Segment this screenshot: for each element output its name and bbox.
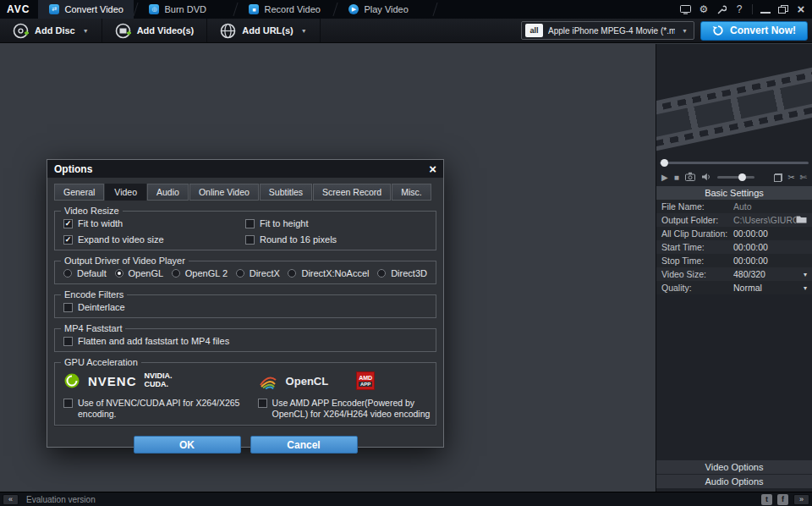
seek-track[interactable] [660, 162, 809, 164]
dialog-close-icon[interactable]: × [429, 162, 436, 175]
add-urls-button[interactable]: Add URL(s) ▼ [207, 19, 320, 42]
caret-down-icon[interactable]: ▾ [804, 271, 807, 278]
row-label: Output Folder: [661, 215, 733, 225]
checkbox-expand-to-video-size[interactable]: Expand to video size [63, 234, 245, 245]
tab-subtitles[interactable]: Subtitles [260, 184, 312, 201]
caret-down-icon[interactable]: ▼ [83, 28, 89, 34]
volume-slider[interactable] [717, 176, 754, 179]
checkbox-box[interactable] [63, 235, 73, 245]
facebook-icon[interactable]: f [777, 494, 788, 505]
checkbox-use-amd-app[interactable]: Use AMD APP Encoder(Powered by OpenCL) f… [258, 398, 432, 420]
radio-button[interactable] [63, 269, 72, 278]
caret-down-icon[interactable]: ▼ [301, 28, 307, 34]
radio-default[interactable]: Default [63, 268, 107, 278]
dialog-titlebar[interactable]: Options × [47, 160, 443, 178]
row-value[interactable]: 480/320 [733, 269, 800, 279]
tab-audio[interactable]: Audio [147, 184, 189, 201]
skin-icon[interactable] [680, 5, 691, 14]
row-value[interactable]: 00:00:00 [733, 242, 807, 252]
expand-panel-button[interactable]: » [793, 494, 809, 505]
radio-button[interactable] [115, 269, 123, 278]
seek-handle[interactable] [661, 159, 668, 167]
checkbox-fit-to-height[interactable]: Fit to height [245, 218, 427, 228]
folder-icon[interactable] [796, 215, 807, 225]
cut-icon[interactable]: ✂ [787, 173, 794, 182]
tab-online-video[interactable]: Online Video [189, 184, 259, 201]
checkbox-box[interactable] [63, 399, 73, 408]
radio-opengl-2[interactable]: OpenGL 2 [172, 268, 228, 278]
output-profile-select[interactable]: all Apple iPhone MPEG-4 Movie (*.mp4) ▼ [521, 21, 694, 40]
checkbox-box[interactable] [245, 219, 255, 228]
dialog-title: Options [54, 163, 92, 175]
restore-icon[interactable] [778, 5, 788, 14]
audio-options-bar[interactable]: Audio Options [656, 475, 812, 488]
checkbox-box[interactable] [245, 235, 255, 245]
add-videos-button[interactable]: Add Video(s) [102, 19, 208, 42]
tab-video[interactable]: Video [105, 184, 146, 201]
radio-directx-noaccel[interactable]: DirectX:NoAccel [288, 268, 369, 278]
split-icon[interactable]: ✄ [800, 173, 807, 182]
ok-button[interactable]: OK [134, 436, 241, 454]
disc-icon [13, 23, 29, 39]
tab-burn-dvd[interactable]: ◎ Burn DVD [138, 0, 233, 19]
tab-label: Burn DVD [164, 4, 206, 14]
checkbox-flatten-faststart[interactable]: Flatten and add faststart to MP4 files [63, 336, 427, 346]
row-video-size[interactable]: Video Size: 480/320 ▾ [656, 267, 812, 281]
snapshot-icon[interactable] [685, 172, 695, 183]
tab-screen-record[interactable]: Screen Record [313, 184, 391, 201]
row-value[interactable]: C:\Users\GIURGI\Video... [733, 215, 796, 225]
checkbox-use-nvenc-cuda[interactable]: Use of NVENC/CUDA API for X264/X265 enco… [63, 398, 253, 420]
seek-slider[interactable] [660, 159, 809, 168]
close-icon[interactable]: × [796, 3, 806, 15]
tab-record-video[interactable]: ■ Record Video [238, 0, 333, 19]
help-icon[interactable]: ? [734, 4, 744, 14]
group-title: Output Driver of Video Player [61, 256, 189, 266]
convert-now-button[interactable]: Convert Now! [700, 21, 808, 41]
basic-settings-header[interactable]: Basic Settings [656, 186, 812, 200]
wrench-icon[interactable] [716, 5, 727, 14]
radio-button[interactable] [288, 269, 296, 278]
tab-misc[interactable]: Misc. [392, 184, 431, 201]
checkbox-fit-to-width[interactable]: Fit to width [63, 218, 245, 228]
checkbox-box[interactable] [63, 303, 73, 312]
volume-handle[interactable] [738, 173, 746, 181]
caret-down-icon[interactable]: ▾ [804, 284, 807, 292]
checkbox-deinterlace[interactable]: Deinterlace [63, 302, 427, 312]
checkbox-label: Deinterlace [78, 302, 125, 312]
radio-button[interactable] [172, 269, 180, 278]
checkbox-box[interactable] [63, 219, 73, 228]
row-label: File Name: [661, 201, 733, 212]
minimize-icon[interactable] [760, 6, 771, 14]
volume-icon[interactable] [701, 173, 711, 183]
collapse-panel-button[interactable]: « [3, 494, 19, 505]
add-disc-button[interactable]: Add Disc ▼ [0, 19, 102, 42]
tab-general[interactable]: General [54, 184, 104, 201]
stop-icon[interactable]: ■ [674, 173, 679, 182]
twitter-icon[interactable]: t [761, 494, 772, 505]
checkbox-round-to-16-pixels[interactable]: Round to 16 pixels [245, 234, 427, 245]
row-quality[interactable]: Quality: Normal ▾ [656, 281, 812, 294]
radio-direct3d[interactable]: Direct3D [377, 268, 427, 278]
radio-opengl[interactable]: OpenGL [115, 268, 164, 278]
radio-directx[interactable]: DirectX [236, 268, 280, 278]
row-value[interactable]: Auto [733, 201, 807, 212]
nvidia-logo-row: NVENC NVIDIA. CUDA. [63, 370, 253, 392]
play-icon[interactable]: ▶ [661, 173, 668, 182]
gear-icon[interactable]: ⚙ [699, 4, 709, 14]
nvidia-wordmark: NVIDIA. [145, 371, 173, 380]
radio-button[interactable] [236, 269, 244, 278]
toolbar: Add Disc ▼ Add Video(s) Add URL(s) ▼ all [0, 19, 812, 43]
checkbox-box[interactable] [63, 337, 73, 346]
row-value[interactable]: Normal [733, 283, 800, 293]
clone-clip-icon[interactable] [774, 173, 782, 182]
row-value[interactable]: 00:00:00 [733, 256, 807, 266]
profile-all-badge: all [525, 24, 543, 37]
radio-button[interactable] [377, 269, 386, 278]
gpu-nvidia-column: NVENC NVIDIA. CUDA. Use of NVENC/CUDA AP… [63, 370, 253, 420]
tab-play-video[interactable]: ▶ Play Video [337, 0, 433, 19]
cancel-button[interactable]: Cancel [250, 436, 358, 454]
checkbox-box[interactable] [258, 399, 267, 408]
caret-down-icon[interactable]: ▼ [682, 28, 688, 34]
tab-convert-video[interactable]: ⇄ Convert Video [38, 0, 134, 19]
video-options-bar[interactable]: Video Options [656, 460, 812, 474]
